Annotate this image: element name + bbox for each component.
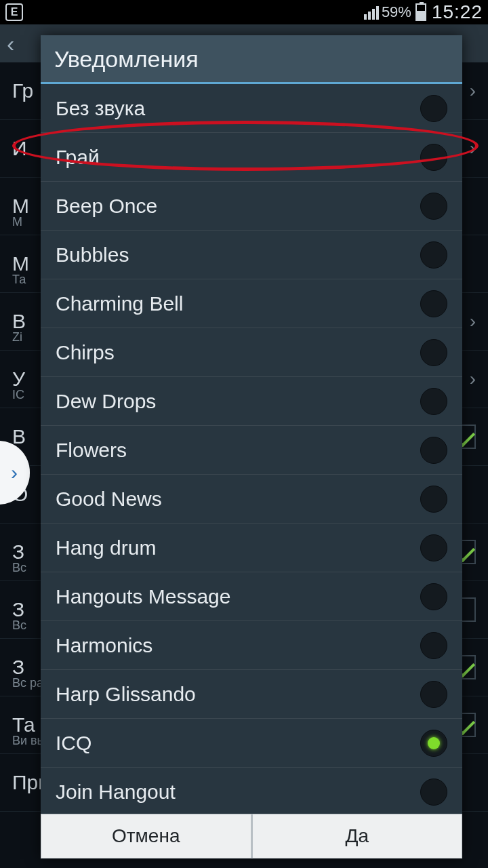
- radio-button[interactable]: [420, 388, 447, 415]
- radio-button[interactable]: [420, 730, 447, 757]
- bg-row-label: Гр: [12, 79, 33, 102]
- sound-option-label: Dew Drops: [56, 390, 156, 413]
- radio-button[interactable]: [420, 339, 447, 366]
- radio-button[interactable]: [420, 241, 447, 269]
- bg-row-label: В: [12, 310, 26, 333]
- clock: 15:22: [432, 1, 483, 23]
- sound-option[interactable]: Chirps: [41, 328, 462, 377]
- radio-button[interactable]: [420, 632, 447, 659]
- radio-button[interactable]: [420, 778, 447, 806]
- sound-option-list[interactable]: Без звукаГрайBeep OnceBubblesCharming Be…: [41, 84, 462, 814]
- radio-button[interactable]: [420, 486, 447, 513]
- bg-row-label: З: [12, 540, 24, 564]
- bg-row-sublabel: Вс: [12, 561, 26, 575]
- cancel-button[interactable]: Отмена: [41, 814, 251, 859]
- battery-icon: [415, 3, 426, 21]
- bg-row-sublabel: М: [12, 215, 22, 229]
- sound-option[interactable]: Dew Drops: [41, 377, 462, 426]
- chevron-right-icon: ›: [470, 138, 476, 159]
- signal-icon: [364, 5, 379, 20]
- battery-percentage: 59%: [382, 3, 411, 21]
- sound-option[interactable]: Join Hangout: [41, 768, 462, 814]
- radio-button[interactable]: [420, 583, 447, 610]
- radio-button[interactable]: [420, 193, 447, 220]
- bg-row-sublabel: Zi: [12, 330, 22, 344]
- sound-option-label: Hangouts Message: [56, 585, 231, 608]
- chevron-right-icon: ›: [470, 80, 476, 102]
- sound-option-label: Beep Once: [56, 195, 157, 218]
- sound-option[interactable]: Harp Glissando: [41, 670, 462, 719]
- bg-row-label: З: [12, 656, 24, 679]
- notification-sound-dialog: Уведомления Без звукаГрайBeep OnceBubble…: [41, 35, 462, 859]
- sound-option-label: Good News: [56, 488, 162, 511]
- sound-option-label: Join Hangout: [56, 781, 176, 804]
- bg-row-sublabel: Вс ра: [12, 676, 43, 690]
- radio-button[interactable]: [420, 290, 447, 317]
- bg-row-label: М: [12, 195, 29, 218]
- sound-option-label: Без звука: [56, 97, 145, 120]
- bg-row-label: И: [12, 137, 27, 160]
- sound-option-label: Harp Glissando: [56, 683, 196, 706]
- sound-option-label: Bubbles: [56, 243, 129, 267]
- sound-option-label: ICQ: [56, 732, 92, 755]
- bg-row-label: М: [12, 252, 29, 275]
- sound-option-label: Charming Bell: [56, 292, 183, 315]
- sound-option[interactable]: Без звука: [41, 84, 462, 133]
- sound-option[interactable]: Harmonics: [41, 621, 462, 670]
- bg-row-sublabel: IC: [12, 388, 24, 402]
- sound-option[interactable]: Good News: [41, 475, 462, 524]
- sound-option-label: Chirps: [56, 341, 115, 364]
- status-bar: E 59% 15:22: [0, 0, 488, 24]
- sound-option[interactable]: ICQ: [41, 719, 462, 768]
- sound-option[interactable]: Bubbles: [41, 231, 462, 279]
- sound-option-label: Flowers: [56, 439, 127, 462]
- chevron-right-icon: ›: [11, 461, 18, 484]
- bg-row-label: У: [12, 368, 25, 391]
- sound-option-label: Harmonics: [56, 634, 152, 657]
- sound-option[interactable]: Beep Once: [41, 182, 462, 231]
- bg-row-sublabel: Та: [12, 273, 26, 287]
- radio-button[interactable]: [420, 534, 447, 561]
- back-icon[interactable]: ‹: [7, 31, 14, 57]
- ok-button[interactable]: Да: [251, 814, 463, 859]
- sound-option[interactable]: Hang drum: [41, 524, 462, 572]
- bg-row-sublabel: Вс: [12, 618, 26, 633]
- sound-option-label: Грай: [56, 146, 100, 169]
- sound-option[interactable]: Charming Bell: [41, 279, 462, 328]
- sound-option[interactable]: Flowers: [41, 426, 462, 475]
- chevron-right-icon: ›: [470, 311, 476, 332]
- sound-option[interactable]: Грай: [41, 133, 462, 182]
- dialog-title: Уведомления: [41, 35, 462, 82]
- radio-button[interactable]: [420, 681, 447, 708]
- eset-icon: E: [5, 3, 23, 21]
- radio-button[interactable]: [420, 437, 447, 464]
- sound-option-label: Hang drum: [56, 536, 156, 559]
- radio-button[interactable]: [420, 144, 447, 171]
- bg-row-label: З: [12, 598, 24, 621]
- sound-option[interactable]: Hangouts Message: [41, 572, 462, 621]
- radio-button[interactable]: [420, 95, 447, 122]
- bg-row-label: Та: [12, 713, 35, 736]
- chevron-right-icon: ›: [470, 368, 476, 390]
